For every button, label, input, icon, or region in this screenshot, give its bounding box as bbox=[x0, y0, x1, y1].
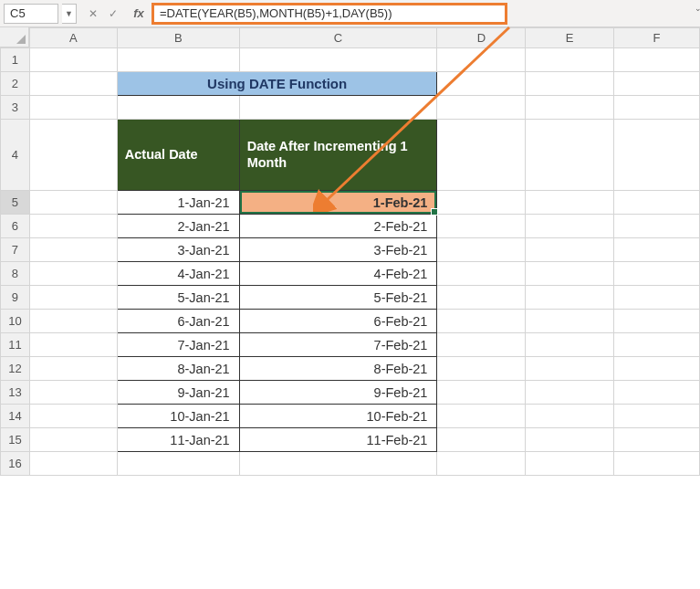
table-row[interactable]: 5-Feb-21 bbox=[239, 286, 437, 310]
row-header[interactable]: 11 bbox=[1, 333, 30, 357]
cell[interactable] bbox=[526, 286, 614, 310]
cell[interactable] bbox=[437, 238, 526, 262]
row-header[interactable]: 3 bbox=[1, 96, 30, 120]
cell[interactable] bbox=[614, 381, 700, 405]
table-row[interactable]: 8-Feb-21 bbox=[239, 357, 437, 381]
table-row[interactable]: 3-Jan-21 bbox=[117, 238, 239, 262]
row-header[interactable]: 12 bbox=[1, 357, 30, 381]
cell[interactable] bbox=[614, 357, 700, 381]
table-row[interactable]: 6-Feb-21 bbox=[239, 310, 437, 333]
cell[interactable] bbox=[29, 381, 117, 405]
col-header-A[interactable]: A bbox=[29, 28, 117, 48]
cell[interactable] bbox=[526, 357, 614, 381]
row-header[interactable]: 8 bbox=[1, 262, 30, 286]
cell[interactable] bbox=[29, 72, 117, 96]
table-row[interactable]: 7-Jan-21 bbox=[117, 333, 239, 357]
row-header[interactable]: 6 bbox=[1, 215, 30, 238]
cell[interactable] bbox=[526, 262, 614, 286]
cell[interactable] bbox=[29, 452, 117, 476]
table-row[interactable]: 2-Feb-21 bbox=[239, 215, 437, 238]
row-header[interactable]: 7 bbox=[1, 238, 30, 262]
row-header[interactable]: 13 bbox=[1, 381, 30, 405]
cell[interactable] bbox=[526, 96, 614, 120]
cell[interactable] bbox=[526, 428, 614, 452]
table-row[interactable]: 10-Feb-21 bbox=[239, 405, 437, 428]
cell[interactable] bbox=[29, 96, 117, 120]
cancel-icon[interactable]: ✕ bbox=[84, 5, 102, 23]
enter-icon[interactable]: ✓ bbox=[104, 5, 122, 23]
cell[interactable] bbox=[614, 310, 700, 333]
col-header-E[interactable]: E bbox=[526, 28, 614, 48]
cell[interactable] bbox=[29, 310, 117, 333]
table-row[interactable]: 4-Feb-21 bbox=[239, 262, 437, 286]
cell[interactable] bbox=[29, 405, 117, 428]
table-row[interactable]: 5-Jan-21 bbox=[117, 286, 239, 310]
cell[interactable] bbox=[437, 48, 526, 72]
row-header[interactable]: 15 bbox=[1, 428, 30, 452]
col-header-C[interactable]: C bbox=[239, 28, 437, 48]
col-header-F[interactable]: F bbox=[614, 28, 700, 48]
cell[interactable] bbox=[614, 333, 700, 357]
row-header[interactable]: 9 bbox=[1, 286, 30, 310]
cell[interactable] bbox=[526, 120, 614, 191]
row-header[interactable]: 2 bbox=[1, 72, 30, 96]
table-row[interactable]: 8-Jan-21 bbox=[117, 357, 239, 381]
active-cell[interactable]: 1-Feb-21 bbox=[239, 191, 437, 215]
cell[interactable] bbox=[29, 238, 117, 262]
cell[interactable] bbox=[614, 405, 700, 428]
col-header-D[interactable]: D bbox=[437, 28, 526, 48]
table-row[interactable]: 11-Feb-21 bbox=[239, 428, 437, 452]
cell[interactable] bbox=[437, 191, 526, 215]
select-all-triangle[interactable] bbox=[0, 27, 29, 47]
cell[interactable] bbox=[526, 310, 614, 333]
cell[interactable] bbox=[437, 452, 526, 476]
cell[interactable] bbox=[526, 381, 614, 405]
cell[interactable] bbox=[29, 357, 117, 381]
cell[interactable] bbox=[526, 72, 614, 96]
cell[interactable] bbox=[614, 452, 700, 476]
cell[interactable] bbox=[29, 191, 117, 215]
table-row[interactable]: 3-Feb-21 bbox=[239, 238, 437, 262]
table-row[interactable]: 1-Jan-21 bbox=[117, 191, 239, 215]
cell[interactable] bbox=[437, 310, 526, 333]
cell[interactable] bbox=[437, 72, 526, 96]
formula-bar[interactable]: =DATE(YEAR(B5),MONTH(B5)+1,DAY(B5)) bbox=[151, 3, 507, 25]
row-header[interactable]: 1 bbox=[1, 48, 30, 72]
cell[interactable] bbox=[437, 333, 526, 357]
name-box[interactable]: C5 bbox=[4, 4, 58, 24]
table-row[interactable]: 9-Feb-21 bbox=[239, 381, 437, 405]
cell[interactable] bbox=[614, 428, 700, 452]
cell[interactable] bbox=[614, 262, 700, 286]
cell[interactable] bbox=[614, 96, 700, 120]
row-header[interactable]: 5 bbox=[1, 191, 30, 215]
table-header-actual[interactable]: Actual Date bbox=[117, 120, 239, 191]
table-row[interactable]: 4-Jan-21 bbox=[117, 262, 239, 286]
formula-expand-icon[interactable]: ⌄ bbox=[695, 4, 700, 13]
col-header-B[interactable]: B bbox=[117, 28, 239, 48]
cell[interactable] bbox=[437, 96, 526, 120]
cell[interactable] bbox=[29, 262, 117, 286]
cell[interactable] bbox=[437, 381, 526, 405]
cell[interactable] bbox=[614, 48, 700, 72]
cell[interactable] bbox=[437, 215, 526, 238]
cell[interactable] bbox=[29, 428, 117, 452]
cell[interactable] bbox=[437, 120, 526, 191]
title-cell[interactable]: Using DATE Function bbox=[117, 72, 437, 96]
cell[interactable] bbox=[29, 120, 117, 191]
cell[interactable] bbox=[526, 405, 614, 428]
cell[interactable] bbox=[526, 333, 614, 357]
cell[interactable] bbox=[29, 48, 117, 72]
table-row[interactable]: 10-Jan-21 bbox=[117, 405, 239, 428]
cell[interactable] bbox=[117, 48, 239, 72]
name-box-dropdown-icon[interactable]: ▼ bbox=[62, 4, 77, 24]
cell[interactable] bbox=[614, 72, 700, 96]
cell[interactable] bbox=[526, 452, 614, 476]
cell[interactable] bbox=[239, 452, 437, 476]
cell[interactable] bbox=[526, 215, 614, 238]
row-header[interactable]: 10 bbox=[1, 310, 30, 333]
table-header-result[interactable]: Date After Incrementing 1 Month bbox=[239, 120, 437, 191]
cell[interactable] bbox=[29, 333, 117, 357]
cell[interactable] bbox=[437, 428, 526, 452]
cell[interactable] bbox=[29, 286, 117, 310]
cell[interactable] bbox=[29, 215, 117, 238]
